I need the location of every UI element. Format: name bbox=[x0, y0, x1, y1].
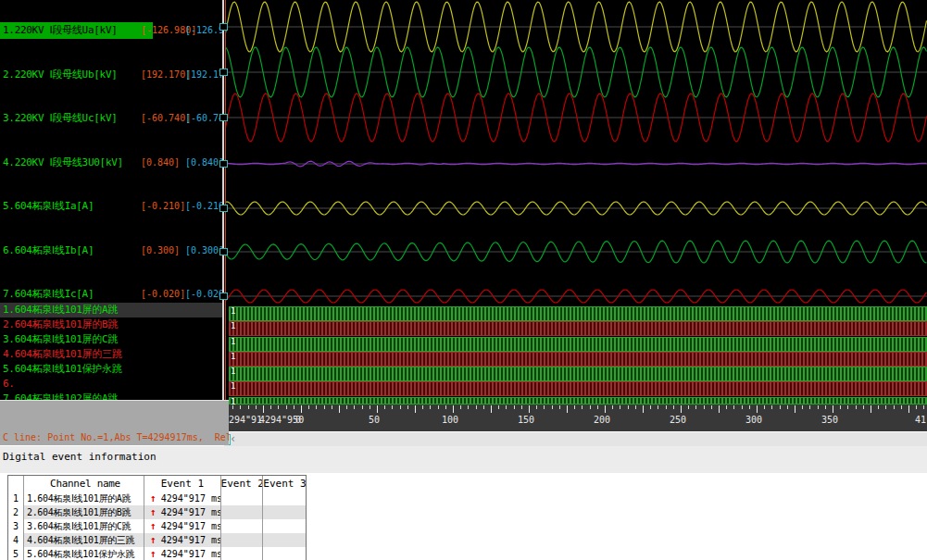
time-axis-label: 0 bbox=[295, 415, 301, 425]
channel-zero-marker[interactable] bbox=[219, 160, 228, 168]
channel-zero-marker[interactable] bbox=[219, 248, 228, 255]
event-info-title: Digital event information bbox=[3, 451, 157, 463]
analog-channel-row[interactable]: 5.604柘泉Ⅰ线Ia[A][-0.210][-0.210] bbox=[0, 198, 222, 215]
event3-cell bbox=[263, 505, 306, 519]
row-number-cell: 3 bbox=[8, 519, 24, 533]
channel-name-cell: 5.604柘泉Ⅰ线101保护永跳 bbox=[24, 547, 144, 560]
digital-bar: 1 bbox=[229, 367, 927, 381]
channel-value-secondary: [-126.980] bbox=[185, 22, 222, 39]
event3-cell bbox=[263, 547, 306, 560]
event1-cell: ↑4294"917 ms bbox=[144, 519, 220, 533]
digital-channel-row[interactable]: 3.604柘泉Ⅰ线101屏的C跳 bbox=[0, 332, 222, 347]
digital-state-value: 1 bbox=[231, 381, 235, 391]
channel-zero-marker[interactable] bbox=[219, 68, 228, 76]
horizontal-scrollbar[interactable]: ‹ bbox=[224, 431, 927, 446]
analog-channel-row[interactable]: 6.604柘泉Ⅰ线Ib[A][0.300][0.300] bbox=[0, 243, 222, 259]
digital-state-value: 1 bbox=[231, 321, 235, 330]
event2-cell bbox=[221, 505, 264, 519]
event-info-header-strip: Digital event information bbox=[0, 445, 927, 473]
channel-name-label[interactable]: 3.220KV Ⅰ段母线Uc[kV] bbox=[3, 110, 118, 127]
header-cell: Event 2 bbox=[221, 476, 264, 492]
scroll-left-arrow-icon[interactable]: ‹ bbox=[230, 432, 236, 445]
channel-zero-marker[interactable] bbox=[219, 23, 228, 31]
event-time: 4294"917 ms bbox=[161, 535, 221, 545]
header-cell: Event 3 bbox=[263, 476, 306, 492]
rising-edge-arrow-icon: ↑ bbox=[144, 506, 161, 518]
c-cursor-status: C line: Point No.=1,Abs T=4294917ms, Rel… bbox=[3, 430, 229, 444]
event-table-row[interactable]: 44.604柘泉Ⅰ线101屏的三跳↑4294"917 ms bbox=[8, 533, 306, 547]
channel-zero-marker[interactable] bbox=[219, 205, 228, 212]
digital-channel-row[interactable]: 4.604柘泉Ⅰ线101屏的三跳 bbox=[0, 347, 222, 362]
channel-name-label[interactable]: 6.604柘泉Ⅰ线Ib[A] bbox=[3, 243, 94, 259]
event-table-row[interactable]: 22.604柘泉Ⅰ线101屏的B跳↑4294"917 ms bbox=[8, 505, 306, 519]
digital-bar: 1 bbox=[229, 381, 927, 396]
channel-name-cell: 1.604柘泉Ⅰ线101屏的A跳 bbox=[24, 492, 144, 505]
time-axis-label: 100 bbox=[442, 415, 458, 425]
digital-bar: 1 bbox=[229, 337, 927, 352]
digital-channel-row[interactable]: 6. bbox=[0, 377, 222, 392]
event-time: 4294"917 ms bbox=[161, 507, 221, 517]
event-table-row[interactable]: 33.604柘泉Ⅰ线101屏的C跳↑4294"917 ms bbox=[8, 519, 306, 533]
event-table-header-row: Channel nameEvent 1Event 2Event 3 bbox=[8, 476, 306, 492]
rising-edge-arrow-icon: ↑ bbox=[144, 492, 161, 504]
analog-channel-row[interactable]: 4.220KV Ⅰ段母线3U0[kV][0.840][0.840] bbox=[0, 155, 222, 171]
time-axis-label: 150 bbox=[518, 415, 534, 425]
analog-channel-row[interactable]: 1.220KV Ⅰ段母线Ua[kV][-126.980][-126.980] bbox=[0, 22, 222, 39]
event-time: 4294"917 ms bbox=[161, 549, 221, 559]
digital-bar: 1 bbox=[229, 397, 927, 404]
event2-cell bbox=[221, 533, 264, 547]
channel-value-secondary: [192.170] bbox=[185, 67, 222, 83]
time-axis-label: 250 bbox=[670, 415, 686, 425]
analog-channel-row[interactable]: 2.220KV Ⅰ段母线Ub[kV][192.170][192.170] bbox=[0, 67, 222, 83]
event1-cell: ↑4294"917 ms bbox=[144, 505, 220, 519]
digital-channel-row[interactable]: 2.604柘泉Ⅰ线101屏的B跳 bbox=[0, 317, 222, 332]
digital-channel-row[interactable]: 1.604柘泉Ⅰ线101屏的A跳 bbox=[0, 303, 222, 317]
channel-name-cell: 3.604柘泉Ⅰ线101屏的C跳 bbox=[24, 519, 144, 533]
digital-channel-row[interactable]: 5.604柘泉Ⅰ线101保护永跳 bbox=[0, 362, 222, 377]
event1-cell: ↑4294"917 ms bbox=[144, 533, 220, 547]
panel-divider[interactable] bbox=[222, 0, 224, 431]
channel-value-primary: [-60.740] bbox=[141, 110, 191, 127]
analog-channel-row[interactable]: 7.604柘泉Ⅰ线Ic[A][-0.020][-0.020] bbox=[0, 286, 222, 303]
event2-cell bbox=[221, 492, 264, 505]
channel-value-secondary: [-0.210] bbox=[185, 198, 222, 215]
time-axis-ruler[interactable]: 4294"914294"95005010015020025030035041 bbox=[222, 404, 927, 431]
digital-channel-row[interactable]: 7.604柘泉Ⅰ线102屏的A跳 bbox=[0, 392, 222, 400]
channel-name-label[interactable]: 1.220KV Ⅰ段母线Ua[kV] bbox=[0, 22, 153, 39]
waveform-analyzer-window: 1.220KV Ⅰ段母线Ua[kV][-126.980][-126.980]2.… bbox=[0, 0, 927, 560]
c-cursor-line[interactable] bbox=[225, 0, 226, 404]
channel-value-primary: [-0.210] bbox=[141, 198, 185, 215]
row-number-cell: 1 bbox=[8, 492, 24, 505]
channel-zero-marker[interactable] bbox=[219, 292, 228, 300]
event-table: Channel nameEvent 1Event 2Event 311.604柘… bbox=[7, 475, 307, 560]
event3-cell bbox=[263, 492, 306, 505]
event-table-row[interactable]: 11.604柘泉Ⅰ线101屏的A跳↑4294"917 ms bbox=[8, 492, 306, 505]
time-axis-label: 4294"91 bbox=[223, 415, 262, 425]
event1-cell: ↑4294"917 ms bbox=[144, 547, 220, 560]
time-axis-label: 41 bbox=[915, 415, 926, 425]
rising-edge-arrow-icon: ↑ bbox=[144, 520, 161, 532]
event-info-panel: Channel nameEvent 1Event 2Event 311.604柘… bbox=[0, 473, 927, 560]
digital-state-value: 1 bbox=[231, 337, 235, 346]
digital-bar: 1 bbox=[229, 352, 927, 367]
header-cell: Channel name bbox=[24, 476, 144, 492]
channel-name-label[interactable]: 7.604柘泉Ⅰ线Ic[A] bbox=[3, 286, 94, 303]
channel-value-secondary: [0.300] bbox=[185, 243, 222, 259]
digital-state-value: 1 bbox=[231, 367, 235, 376]
time-axis-label: 300 bbox=[745, 415, 762, 425]
cursor-status-box: C line: Point No.=1,Abs T=4294917ms, Rel… bbox=[0, 400, 229, 445]
channel-name-cell: 4.604柘泉Ⅰ线101屏的三跳 bbox=[24, 533, 144, 547]
rising-edge-arrow-icon: ↑ bbox=[144, 548, 161, 560]
digital-state-value: 1 bbox=[231, 306, 235, 316]
channel-name-label[interactable]: 4.220KV Ⅰ段母线3U0[kV] bbox=[3, 155, 123, 171]
waveform-panel[interactable]: 1111111 4294"914294"95005010015020025030… bbox=[222, 0, 927, 431]
channel-value-secondary: [0.840] bbox=[185, 155, 222, 171]
channel-zero-marker[interactable] bbox=[219, 114, 228, 121]
event-table-row[interactable]: 55.604柘泉Ⅰ线101保护永跳↑4294"917 ms bbox=[8, 547, 306, 560]
channel-name-cell: 2.604柘泉Ⅰ线101屏的B跳 bbox=[24, 505, 144, 519]
channel-value-primary: [-0.020] bbox=[141, 286, 185, 303]
analog-channel-row[interactable]: 3.220KV Ⅰ段母线Uc[kV][-60.740][-60.740] bbox=[0, 110, 222, 127]
row-number-cell: 4 bbox=[8, 533, 24, 547]
channel-name-label[interactable]: 5.604柘泉Ⅰ线Ia[A] bbox=[3, 198, 94, 215]
channel-name-label[interactable]: 2.220KV Ⅰ段母线Ub[kV] bbox=[3, 67, 118, 83]
